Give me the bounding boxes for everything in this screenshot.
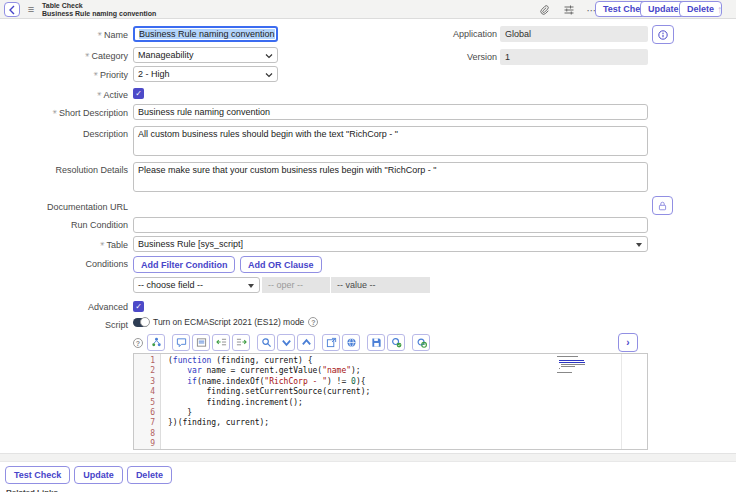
priority-label: ✳Priority <box>0 66 128 83</box>
script-checker-icon[interactable] <box>387 334 405 351</box>
es12-toggle-row: Turn on ECMAScript 2021 (ES12) mode ? <box>133 317 318 327</box>
add-filter-condition-button[interactable]: Add Filter Condition <box>133 256 235 273</box>
name-input[interactable]: Business Rule naming convention <box>133 26 278 42</box>
expand-editor-button[interactable]: › <box>618 333 638 352</box>
es12-toggle[interactable] <box>133 318 149 327</box>
run-condition-label: Run Condition <box>0 217 128 233</box>
condition-value: -- value -- <box>331 277 430 293</box>
open-window-icon[interactable] <box>322 334 340 351</box>
find-previous-icon[interactable] <box>297 334 315 351</box>
resolution-details-label: Resolution Details <box>0 162 128 178</box>
documentation-url-label: Documentation URL <box>0 199 128 215</box>
page-title: Table Check <box>42 2 83 10</box>
personalize-form-icon[interactable] <box>562 3 576 17</box>
table-label: ✳Table <box>0 236 128 253</box>
syntax-tree-icon[interactable] <box>147 334 165 351</box>
form-header-bar: ≡ Table Check Business Rule naming conve… <box>0 0 736 19</box>
comment-icon[interactable] <box>172 334 190 351</box>
save-icon[interactable] <box>367 334 385 351</box>
run-condition-input[interactable] <box>133 217 648 233</box>
version-value: 1 <box>500 49 648 65</box>
application-label: Application <box>380 26 497 42</box>
short-description-input[interactable]: Business rule naming convention <box>133 104 648 120</box>
update-button-footer[interactable]: Update <box>74 466 123 484</box>
find-next-icon[interactable] <box>277 334 295 351</box>
chevron-down-icon <box>265 71 273 79</box>
chevron-down-icon <box>265 52 273 60</box>
attachment-button[interactable] <box>537 3 551 17</box>
lock-icon[interactable] <box>652 196 673 215</box>
outdent-icon[interactable] <box>212 334 230 351</box>
active-checkbox[interactable]: ✓ <box>133 88 144 99</box>
description-textarea[interactable]: All custom business rules should begin w… <box>133 126 648 156</box>
editor-minimap <box>557 356 597 374</box>
description-label: Description <box>0 126 128 142</box>
add-or-clause-button[interactable]: Add OR Clause <box>240 256 322 273</box>
script-editor[interactable]: 123456789 (function (finding, current) {… <box>133 353 648 450</box>
print-margin-ruler <box>621 354 622 449</box>
advanced-checkbox[interactable]: ✓ <box>133 301 144 312</box>
related-links-header: Related Links <box>6 488 58 492</box>
globe-icon[interactable] <box>342 334 360 351</box>
dropdown-arrow-icon <box>248 284 254 288</box>
form-context-menu-icon[interactable]: ≡ <box>25 3 37 15</box>
name-label: ✳Name <box>0 26 128 43</box>
script-debugger-icon[interactable] <box>412 334 430 351</box>
application-value: Global <box>500 26 648 42</box>
short-description-label: ✳Short Description <box>0 104 128 121</box>
script-label: Script <box>0 317 128 333</box>
dropdown-arrow-icon <box>636 243 642 247</box>
scroll-to-top-icon[interactable]: ↑ <box>717 3 723 15</box>
category-label: ✳Category <box>0 47 128 64</box>
conditions-label: Conditions <box>0 256 128 272</box>
es12-toggle-label: Turn on ECMAScript 2021 (ES12) mode <box>153 317 304 327</box>
category-select[interactable]: Manageability <box>133 47 278 63</box>
indent-icon[interactable] <box>232 334 250 351</box>
comment-block-icon[interactable] <box>192 334 210 351</box>
section-divider <box>0 453 736 462</box>
advanced-label: Advanced <box>0 299 128 315</box>
condition-field-select[interactable]: -- choose field -- <box>133 277 260 293</box>
name-value: Business Rule naming convention <box>139 29 275 39</box>
application-info-button[interactable] <box>652 25 674 44</box>
back-button[interactable] <box>4 2 20 17</box>
test-check-button-footer[interactable]: Test Check <box>5 466 70 484</box>
delete-button[interactable]: Delete <box>679 1 722 17</box>
condition-operator: -- oper -- <box>262 277 330 293</box>
version-label: Version <box>380 49 497 65</box>
help-icon[interactable]: ? <box>308 317 318 327</box>
footer-buttons: Test Check Update Delete <box>5 466 172 484</box>
active-label: ✳Active <box>0 86 128 103</box>
table-check-form: ≡ Table Check Business Rule naming conve… <box>0 0 736 492</box>
priority-select[interactable]: 2 - High <box>133 66 278 82</box>
editor-gutter: 123456789 <box>134 354 161 449</box>
delete-button-footer[interactable]: Delete <box>127 466 172 484</box>
table-select[interactable]: Business Rule [sys_script] <box>133 236 648 252</box>
resolution-details-textarea[interactable]: Please make sure that your custom busine… <box>133 162 648 192</box>
editor-help-icon[interactable]: ? <box>133 338 143 348</box>
record-title: Business Rule naming convention <box>42 10 156 18</box>
search-icon[interactable] <box>257 334 275 351</box>
script-editor-toolbar: ? <box>133 334 432 351</box>
